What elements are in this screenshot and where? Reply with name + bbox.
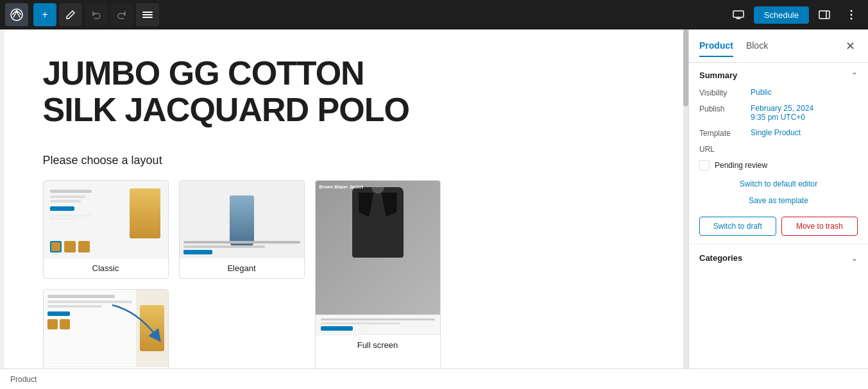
template-row: Template Single Product: [699, 128, 858, 138]
toolbar: + Schedule: [0, 0, 868, 29]
elegant-label: Elegant: [180, 258, 304, 278]
layout-grid: Classic: [43, 180, 441, 368]
pencil-button[interactable]: [59, 3, 82, 26]
action-buttons: Switch to draft Move to trash: [699, 217, 858, 236]
svg-rect-1: [142, 12, 153, 13]
categories-chevron-icon: ⌄: [851, 254, 858, 263]
categories-title: Categories: [699, 253, 742, 263]
template-label: Template: [699, 128, 751, 138]
layout-card-elegant[interactable]: Elegant: [179, 180, 305, 279]
classic-image-right-preview: [44, 290, 168, 367]
status-bar: Product: [0, 368, 868, 389]
right-sidebar: Product Block ✕ Summary ⌃ Visibility Pub…: [688, 29, 868, 368]
sidebar-close-button[interactable]: ✕: [843, 37, 858, 56]
svg-rect-5: [819, 11, 830, 19]
svg-rect-4: [733, 11, 744, 17]
add-block-button[interactable]: +: [33, 3, 56, 26]
svg-rect-2: [142, 14, 153, 15]
scroll-track[interactable]: [683, 29, 688, 368]
undo-button[interactable]: [85, 3, 108, 26]
fullscreen-preview: Brown Blazer Jacket: [316, 181, 440, 335]
scroll-thumb[interactable]: [683, 29, 688, 106]
canvas-inner: JUMBO GG COTTONSILK JACQUARD POLO Please…: [4, 29, 685, 368]
summary-title: Summary: [699, 70, 737, 80]
tab-product[interactable]: Product: [699, 35, 733, 57]
chevron-up-icon: ⌃: [851, 71, 858, 80]
editor-canvas: JUMBO GG COTTONSILK JACQUARD POLO Please…: [0, 29, 688, 368]
url-label: URL: [699, 144, 751, 154]
svg-rect-3: [142, 17, 153, 18]
summary-header[interactable]: Summary ⌃: [699, 70, 858, 80]
desktop-view-button[interactable]: [727, 3, 750, 26]
pending-review-label: Pending review: [715, 161, 767, 170]
summary-section: Summary ⌃ Visibility Public Publish Febr…: [689, 63, 868, 244]
layout-heading: Please choose a layout: [43, 154, 646, 167]
visibility-row: Visibility Public: [699, 88, 858, 97]
visibility-label: Visibility: [699, 88, 751, 97]
url-row: URL: [699, 144, 858, 154]
more-options-button[interactable]: [840, 3, 863, 26]
layout-card-classic[interactable]: Classic: [43, 180, 169, 279]
svg-point-7: [851, 14, 853, 16]
product-title: JUMBO GG COTTONSILK JACQUARD POLO: [43, 55, 646, 128]
status-label: Product: [10, 375, 37, 384]
svg-point-8: [851, 18, 853, 20]
switch-to-draft-button[interactable]: Switch to draft: [699, 217, 776, 236]
pending-review-row: Pending review: [699, 160, 858, 170]
classic-preview: [44, 181, 168, 258]
switch-default-editor-link[interactable]: Switch to default editor: [699, 176, 858, 192]
elegant-preview: [180, 181, 304, 258]
publish-value[interactable]: February 25, 2024 9:35 pm UTC+0: [751, 104, 813, 122]
save-as-template-link[interactable]: Save as template: [699, 192, 858, 209]
schedule-button[interactable]: Schedule: [754, 6, 809, 24]
pending-review-checkbox[interactable]: [699, 160, 710, 170]
publish-row: Publish February 25, 2024 9:35 pm UTC+0: [699, 104, 858, 122]
sidebar-toggle-button[interactable]: [813, 3, 836, 26]
tab-block[interactable]: Block: [746, 35, 768, 57]
svg-point-6: [851, 10, 853, 12]
layout-card-fullscreen[interactable]: Brown Blazer Jacket Full screen: [315, 180, 441, 368]
layout-section: Please choose a layout: [43, 154, 646, 368]
menu-button[interactable]: [136, 3, 159, 26]
fullscreen-label: Full screen: [316, 335, 440, 355]
move-to-trash-button[interactable]: Move to trash: [781, 217, 858, 236]
visibility-value[interactable]: Public: [751, 88, 772, 97]
redo-button[interactable]: [110, 3, 133, 26]
publish-label: Publish: [699, 104, 751, 113]
categories-section[interactable]: Categories ⌄: [689, 244, 868, 272]
classic-label: Classic: [44, 258, 168, 278]
layout-card-classic-image-right[interactable]: Classic image right: [43, 289, 169, 368]
sidebar-tabs: Product Block ✕: [689, 29, 868, 63]
wp-logo-icon[interactable]: [5, 3, 28, 26]
template-value[interactable]: Single Product: [751, 128, 801, 137]
main-area: JUMBO GG COTTONSILK JACQUARD POLO Please…: [0, 29, 868, 368]
classic-image-right-label: Classic image right: [44, 367, 168, 368]
